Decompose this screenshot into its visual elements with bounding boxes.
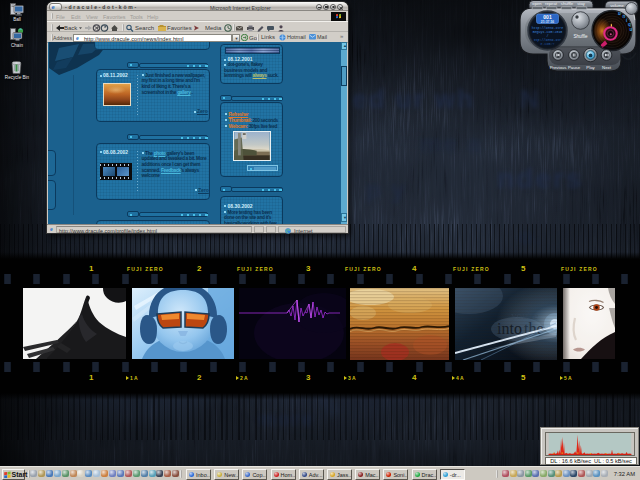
svg-text:21:37.56: 21:37.56 [541,20,554,24]
svg-text:Shuffle: Shuffle [573,34,588,39]
svg-text:Play: Play [586,65,595,70]
svg-text:u: u [618,11,621,16]
svg-text:open: open [532,1,542,6]
svg-text:e.com:?: e.com:? [541,42,555,46]
svg-text:Next: Next [602,65,612,70]
svg-text:Previous: Previous [550,65,567,70]
svg-text:repeat: repeat [545,1,558,6]
svg-text:u: u [630,27,633,32]
svg-text:stay: stay [577,1,586,6]
svg-text:volume: volume [610,3,624,8]
svg-text:Pause: Pause [568,65,581,70]
svg-text:shuffle: shuffle [561,1,574,6]
